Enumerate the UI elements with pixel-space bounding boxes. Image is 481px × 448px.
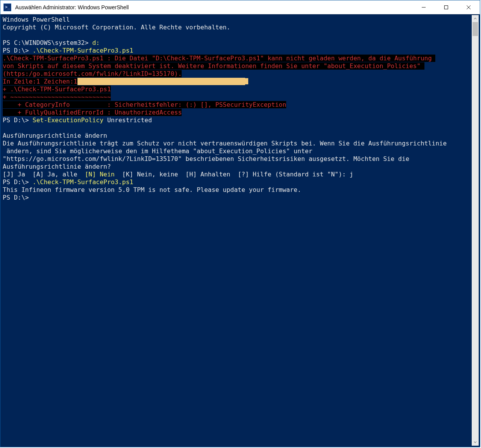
command: d:: [92, 39, 100, 46]
out-line: Copyright (C) Microsoft Corporation. All…: [3, 24, 471, 31]
prompt-line: PS D:\> .\Check-TPM-SurfacePro3.ps1: [3, 47, 471, 55]
choice-line: [J] Ja [A] Ja, alle [N] Nein [K] Nein, k…: [3, 171, 471, 178]
choice-option-default: [N] Nein: [85, 171, 115, 178]
prompt-line: PS D:\> .\Check-TPM-SurfacePro3.ps1: [3, 178, 471, 186]
command: Set-ExecutionPolicy: [33, 116, 103, 124]
terminal-output[interactable]: Windows PowerShellCopyright (C) Microsof…: [2, 15, 472, 446]
minimize-button[interactable]: [412, 0, 435, 14]
svg-rect-1: [445, 5, 448, 9]
command-arg: Unrestricted: [103, 116, 152, 124]
error-line: In Zeile:1 Zeichen:1: [3, 78, 471, 85]
error-line: + FullyQualifiedErrorId : UnauthorizedAc…: [3, 109, 471, 116]
prompt-line: PS D:\> Set-ExecutionPolicy Unrestricted: [3, 116, 471, 124]
prompt: PS D:\>: [3, 47, 33, 54]
out-line: Windows PowerShell: [3, 16, 471, 24]
titlebar[interactable]: >_ Auswählen Administrator: Windows Powe…: [0, 0, 480, 14]
out-line: Ausführungsrichtlinie ändern?: [3, 163, 471, 171]
choice-option: [J] Ja: [3, 171, 33, 178]
window-title: Auswählen Administrator: Windows PowerSh…: [14, 4, 412, 10]
scroll-thumb[interactable]: [472, 22, 478, 36]
powershell-window: >_ Auswählen Administrator: Windows Powe…: [0, 0, 480, 447]
choice-option: [K] Nein, keine: [115, 171, 186, 178]
prompt-line: PS C:\WINDOWS\system32> d:: [3, 39, 471, 47]
scroll-down-button[interactable]: [472, 439, 479, 446]
choice-answer: j: [350, 171, 354, 178]
error-line: + ~~~~~~~~~~~~~~~~~~~~~~~~~~~: [3, 93, 471, 101]
close-icon: [466, 5, 471, 10]
window-icon-slot: >_: [0, 3, 14, 11]
out-line: ändern, sind Sie möglicherweise den im H…: [3, 147, 471, 155]
window-buttons: [412, 0, 480, 14]
error-line: .\Check-TPM-SurfacePro3.ps1 : Die Datei …: [3, 55, 471, 62]
prompt: PS C:\WINDOWS\system32>: [3, 39, 92, 46]
out-line: [3, 31, 471, 39]
out-line: "https://go.microsoft.com/fwlink/?LinkID…: [3, 155, 471, 163]
prompt: PS D:\>: [3, 194, 33, 201]
chevron-up-icon: [474, 17, 477, 20]
maximize-button[interactable]: [435, 0, 457, 14]
prompt: PS D:\>: [3, 116, 33, 124]
minimize-icon: [421, 5, 426, 10]
out-line: Die Ausführungsrichtlinie trägt zum Schu…: [3, 140, 471, 147]
out-line: [3, 124, 471, 132]
chevron-down-icon: [474, 441, 477, 444]
client-area: Windows PowerShellCopyright (C) Microsof…: [0, 14, 480, 447]
choice-option: [A] Ja, alle: [33, 171, 85, 178]
text-caret-selection: [77, 78, 245, 85]
out-line: This Infineon firmware version 5.0 TPM i…: [3, 186, 471, 194]
text-caret: [245, 78, 248, 84]
choice-option: [?] Hilfe (Standard ist "N"):: [238, 171, 350, 178]
error-line: (https:/go.microsoft.com/fwlink/?LinkID=…: [3, 70, 471, 78]
prompt: PS D:\>: [3, 178, 33, 186]
choice-option: [H] Anhalten: [186, 171, 238, 178]
command: .\Check-TPM-SurfacePro3.ps1: [33, 178, 133, 186]
prompt-line: PS D:\>: [3, 194, 471, 202]
powershell-icon: >_: [3, 3, 11, 11]
maximize-icon: [444, 5, 448, 10]
close-button[interactable]: [457, 0, 480, 14]
command: .\Check-TPM-SurfacePro3.ps1: [33, 47, 133, 54]
scroll-up-button[interactable]: [472, 15, 479, 22]
out-line: Ausführungsrichtlinie ändern: [3, 132, 471, 140]
vertical-scrollbar[interactable]: [472, 15, 479, 446]
error-line: + CategoryInfo : Sicherheitsfehler: (:) …: [3, 101, 471, 109]
error-line: + .\Check-TPM-SurfacePro3.ps1: [3, 85, 471, 93]
error-line: von Skripts auf diesem System deaktivier…: [3, 62, 471, 70]
